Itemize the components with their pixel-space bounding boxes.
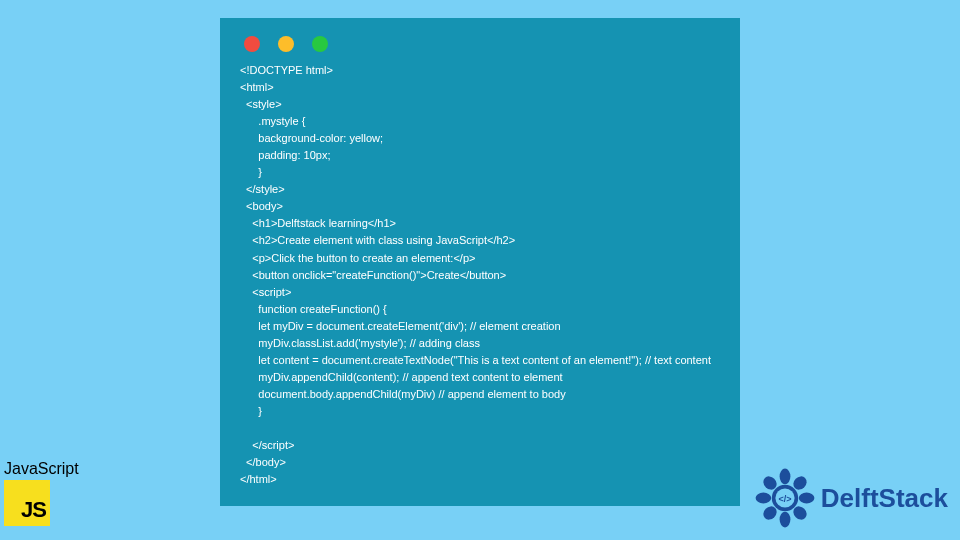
svg-point-1	[779, 469, 790, 485]
javascript-logo-text: JS	[21, 497, 46, 523]
code-window: <!DOCTYPE html> <html> <style> .mystyle …	[220, 18, 740, 506]
javascript-badge: JavaScript JS	[4, 460, 79, 526]
delftstack-logo-icon: </>	[755, 468, 815, 528]
svg-point-4	[799, 493, 815, 504]
delftstack-badge: </> DelftStack	[755, 468, 948, 528]
delftstack-code-glyph: </>	[778, 494, 791, 504]
code-block: <!DOCTYPE html> <html> <style> .mystyle …	[240, 62, 720, 488]
svg-point-3	[755, 493, 771, 504]
window-maximize-dot	[312, 36, 328, 52]
window-minimize-dot	[278, 36, 294, 52]
javascript-label: JavaScript	[4, 460, 79, 478]
javascript-logo-icon: JS	[4, 480, 50, 526]
delftstack-text: DelftStack	[821, 483, 948, 514]
svg-point-2	[779, 512, 790, 528]
window-close-dot	[244, 36, 260, 52]
window-traffic-lights	[240, 30, 720, 62]
